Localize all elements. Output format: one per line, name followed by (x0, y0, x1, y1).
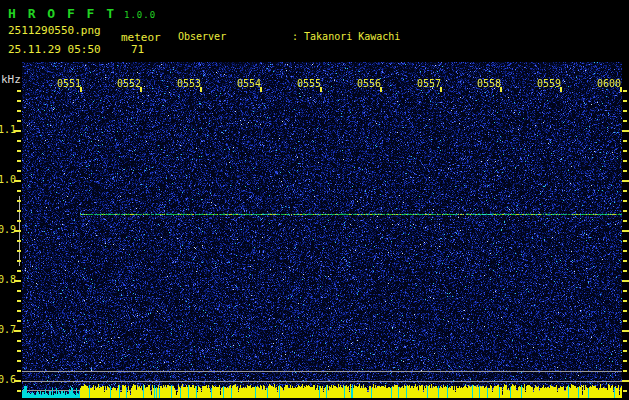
freq-tick-right (623, 90, 627, 92)
freq-tick-right (622, 380, 629, 382)
freq-tick-right (623, 190, 627, 192)
freq-tick-left (17, 140, 21, 142)
freq-tick-right (623, 340, 627, 342)
time-label-0551: 0551 (56, 78, 82, 90)
freq-tick-right (623, 150, 627, 152)
time-tick (500, 87, 502, 92)
freq-tick-left (14, 180, 21, 182)
freq-tick-left (17, 240, 21, 242)
time-label-0557: 0557 (416, 78, 442, 90)
freq-tick-right (622, 180, 629, 182)
echo-count: 71 (131, 43, 144, 56)
freq-tick-left (17, 190, 21, 192)
time-label-0554: 0554 (236, 78, 262, 90)
freq-tick-right (623, 290, 627, 292)
app-version: 1.0.0 (124, 10, 156, 20)
freq-tick-left (17, 360, 21, 362)
freq-tick-right (623, 200, 627, 202)
freq-tick-left (17, 260, 21, 262)
freq-tick-left (17, 390, 21, 392)
freq-tick-left (17, 160, 21, 162)
freq-tick-right (623, 140, 627, 142)
freq-label-1.0: 1.0 (0, 174, 13, 186)
time-label-0555: 0555 (296, 78, 322, 90)
time-tick (140, 87, 142, 92)
time-label-0558: 0558 (476, 78, 502, 90)
time-label-0553: 0553 (176, 78, 202, 90)
time-tick (200, 87, 202, 92)
freq-tick-right (623, 260, 627, 262)
freq-tick-left (17, 370, 21, 372)
freq-tick-right (623, 110, 627, 112)
freq-tick-right (623, 160, 627, 162)
freq-tick-left (17, 170, 21, 172)
time-tick (260, 87, 262, 92)
time-tick (560, 87, 562, 92)
freq-tick-left (17, 270, 21, 272)
freq-tick-right (623, 210, 627, 212)
freq-tick-left (17, 120, 21, 122)
freq-tick-right (623, 300, 627, 302)
freq-tick-left (14, 230, 21, 232)
time-tick (380, 87, 382, 92)
freq-tick-left (17, 290, 21, 292)
freq-tick-right (622, 230, 629, 232)
time-label-0556: 0556 (356, 78, 382, 90)
freq-tick-right (623, 360, 627, 362)
freq-label-0.7: 0.7 (0, 324, 13, 336)
freq-tick-right (623, 320, 627, 322)
freq-tick-left (17, 210, 21, 212)
freq-tick-left (14, 330, 21, 332)
freq-tick-left (17, 250, 21, 252)
freq-tick-right (622, 330, 629, 332)
app-title: H R O F F T (8, 6, 116, 21)
freq-tick-right (623, 120, 627, 122)
freq-tick-left (17, 200, 21, 202)
time-label-0559: 0559 (536, 78, 562, 90)
freq-tick-right (623, 370, 627, 372)
freq-label-0.6: 0.6 (0, 374, 13, 386)
freq-tick-left (14, 280, 21, 282)
freq-tick-left (17, 100, 21, 102)
freq-tick-left (17, 90, 21, 92)
freq-tick-right (623, 310, 627, 312)
freq-tick-right (623, 240, 627, 242)
freq-tick-left (17, 350, 21, 352)
freq-tick-right (623, 350, 627, 352)
freq-tick-right (623, 100, 627, 102)
freq-tick-left (17, 320, 21, 322)
freq-tick-right (623, 390, 627, 392)
spectrogram-canvas (22, 62, 622, 400)
freq-label-0.8: 0.8 (0, 274, 13, 286)
freq-tick-right (622, 280, 629, 282)
freq-tick-right (623, 170, 627, 172)
time-tick (440, 87, 442, 92)
freq-tick-left (14, 130, 21, 132)
freq-label-0.9: 0.9 (0, 224, 13, 236)
hrofft-window: H R O F F T 1.0.0 2511290550.png meteor … (0, 0, 629, 400)
freq-tick-left (14, 380, 21, 382)
freq-tick-left (17, 220, 21, 222)
freq-tick-left (17, 150, 21, 152)
freq-tick-left (17, 110, 21, 112)
freq-tick-right (623, 270, 627, 272)
freq-label-1.1: 1.1 (0, 124, 13, 136)
time-tick (620, 87, 622, 92)
time-tick (320, 87, 322, 92)
time-label-0552: 0552 (116, 78, 142, 90)
freq-tick-left (17, 340, 21, 342)
freq-tick-left (17, 310, 21, 312)
time-tick (80, 87, 82, 92)
filename: 2511290550.png (8, 24, 101, 37)
freq-tick-right (623, 250, 627, 252)
time-label-0600: 0600 (596, 78, 622, 90)
freq-tick-right (622, 130, 629, 132)
datetime: 25.11.29 05:50 (8, 43, 101, 56)
freq-axis-unit: kHz (1, 73, 21, 86)
info-row-observer: Observer: Takanori Kawachi (178, 30, 521, 43)
freq-tick-left (17, 300, 21, 302)
freq-tick-right (623, 220, 627, 222)
